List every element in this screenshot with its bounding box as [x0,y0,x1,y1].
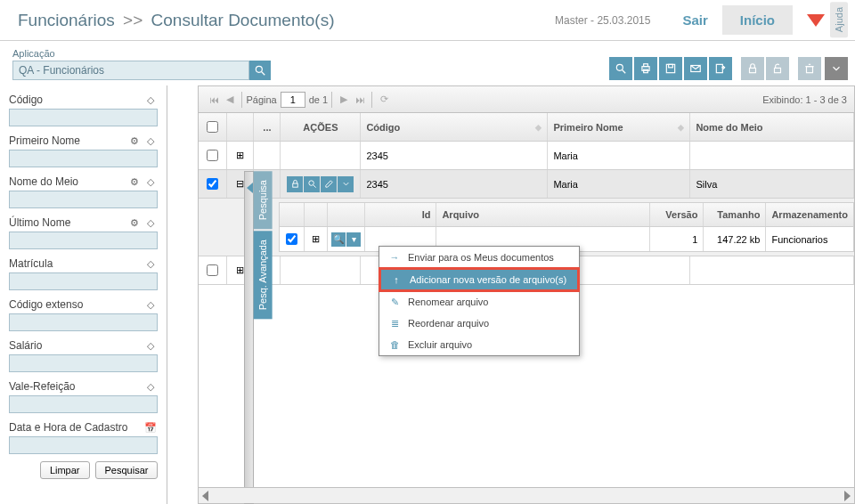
svg-rect-16 [293,183,298,187]
wand-icon[interactable]: ◇ [143,256,158,271]
toolbar-search-button[interactable] [609,57,632,80]
breadcrumb-root: Funcionários [18,11,115,29]
context-menu-label: Enviar para os Meus documentos [408,252,554,263]
pager-last-button[interactable]: ⏭ [352,92,368,108]
row-edit-button[interactable] [321,176,337,192]
field-label: Vale-Refeição [9,380,75,393]
toolbar-delete-button[interactable] [798,57,821,80]
wand-icon[interactable]: ◇ [143,297,158,312]
context-menu-icon: → [387,250,403,264]
context-menu-item[interactable]: ✎Renomear arquivo [379,291,579,313]
chevron-down-icon [830,62,843,75]
print-icon [639,62,652,75]
svg-rect-8 [669,64,673,68]
svg-point-2 [616,64,623,70]
pager-info: Exibindo: 1 - 3 de 3 [762,94,847,105]
row-view-button[interactable] [304,176,320,192]
context-menu-item[interactable]: →Enviar para os Meus documentos [379,247,579,268]
checkbox-all[interactable] [207,121,218,133]
dropdown-trigger-icon[interactable] [807,14,825,27]
pager-next-button[interactable]: ▶ [336,92,352,108]
subrow-more-button[interactable]: ▾ [346,232,361,247]
filter-panel: Código ◇ Primeiro Nome ⚙◇ Nome do Meio ⚙… [0,85,167,504]
application-search-button[interactable] [249,61,271,80]
filter-input-primeiro nome[interactable] [9,150,158,167]
splitter-handle[interactable] [244,171,254,504]
row-checkbox[interactable] [207,178,218,190]
filter-input-nome do meio[interactable] [9,191,158,208]
tab-pesquisa[interactable]: Pesquisa [254,171,273,229]
filter-input-código[interactable] [9,109,158,126]
wand-icon[interactable]: ◇ [143,93,158,107]
toolbar-lock-button[interactable] [741,57,764,80]
pager-first-button[interactable]: ⏮ [206,92,222,108]
wand-icon[interactable]: ◇ [143,379,158,394]
filter-input-data e hora de cadastro[interactable] [9,436,158,454]
filter-input-último nome[interactable] [9,232,158,249]
wand-icon[interactable]: ◇ [143,215,158,230]
pager-prev-button[interactable]: ◀ [222,92,238,108]
table-row[interactable]: ⊟ 2345 Maria Silva [199,170,854,199]
toolbar-unlock-button[interactable] [766,57,789,80]
row-lock-button[interactable] [287,176,303,192]
wand-icon[interactable]: ◇ [143,134,158,148]
context-menu: →Enviar para os Meus documentos↑Adiciona… [379,246,580,356]
clear-button[interactable]: Limpar [40,461,90,479]
table-row[interactable]: ⊞ 2345 Maria [199,142,854,170]
subrow-expand-button[interactable]: ⊞ [305,227,328,251]
pager-label: Página [246,94,276,105]
svg-rect-7 [666,64,674,72]
filter-input-matrícula[interactable] [9,272,158,290]
col-nome-meio[interactable]: Nome do Meio [690,113,854,141]
filter-input-código extenso[interactable] [9,313,158,331]
unlock-icon [771,62,784,75]
horizontal-scrollbar[interactable] [199,487,854,503]
search-icon [615,62,627,75]
breadcrumb: Funcionários >> Consultar Documento(s) [18,11,555,30]
field-label: Código [9,93,43,106]
toolbar-mail-button[interactable] [684,57,707,80]
help-tab[interactable]: Ajuda [830,2,848,37]
subrow-checkbox[interactable] [286,233,297,245]
subcol-tamanho: Tamanho [704,203,766,226]
pager-page-input[interactable] [281,92,305,108]
export-icon [714,62,727,75]
svg-point-0 [256,66,262,72]
application-input[interactable] [12,61,249,80]
toolbar-more-button[interactable] [825,57,848,80]
save-icon [664,62,677,75]
row-checkbox[interactable] [207,150,218,161]
col-primeiro-nome[interactable]: Primeiro Nome◆ [548,113,690,141]
gear-icon[interactable]: ⚙ [127,215,142,230]
expand-button[interactable]: ⊞ [227,142,254,169]
subrow-view-button[interactable]: 🔍 [331,232,346,247]
calendar-icon[interactable]: 📅 [143,420,158,435]
row-checkbox[interactable] [207,264,218,276]
svg-rect-13 [807,67,813,73]
context-menu-item[interactable]: ↑Adicionar nova versão de arquivo(s) [379,267,580,292]
toolbar-print-button[interactable] [634,57,657,80]
col-codigo[interactable]: Código◆ [361,113,548,141]
field-label: Primeiro Nome [9,134,80,147]
filter-input-vale-refeição[interactable] [9,395,158,413]
context-menu-label: Adicionar nova versão de arquivo(s) [410,274,566,285]
tab-pesquisa-avancada[interactable]: Pesq. Avançada [254,231,273,319]
row-more-button[interactable] [338,176,354,192]
wand-icon[interactable]: ◇ [143,175,158,189]
context-menu-label: Renomear arquivo [408,297,489,307]
lock-icon [290,179,300,189]
home-button[interactable]: Início [722,5,793,35]
logout-button[interactable]: Sair [668,5,721,35]
wand-icon[interactable]: ◇ [143,338,158,353]
context-menu-item[interactable]: ≣Reordenar arquivo [379,313,579,334]
gear-icon[interactable]: ⚙ [127,134,142,148]
pager-refresh-button[interactable]: ⟳ [376,92,392,108]
toolbar-save-button[interactable] [659,57,682,80]
filter-input-salário[interactable] [9,354,158,372]
toolbar-export-button[interactable] [709,57,732,80]
search-icon [254,64,266,77]
subcol-arquivo: Arquivo [436,203,650,226]
search-button[interactable]: Pesquisar [95,461,159,479]
gear-icon[interactable]: ⚙ [127,175,142,189]
context-menu-item[interactable]: 🗑Excluir arquivo [379,334,579,355]
